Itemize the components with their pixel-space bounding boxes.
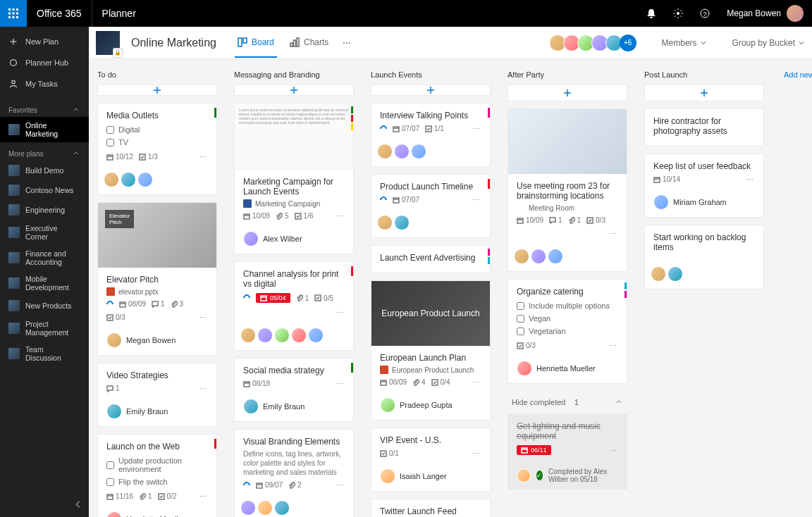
card-more[interactable]: ⋯: [610, 342, 618, 349]
card-more[interactable]: ⋯: [336, 481, 345, 489]
more-members[interactable]: +6: [620, 35, 636, 51]
plan-members[interactable]: +6: [552, 35, 636, 51]
add-task-button[interactable]: [371, 85, 491, 96]
card-more[interactable]: ⋯: [473, 449, 481, 457]
bucket-title[interactable]: To do: [97, 68, 217, 85]
task-card[interactable]: Keep list of user feedback10/14⋯Miriam G…: [644, 154, 764, 218]
task-card[interactable]: Social media strategy08/18⋯Emily Braun: [234, 358, 354, 422]
plan-item[interactable]: Project Management: [0, 316, 89, 341]
plan-item[interactable]: Online Marketing: [0, 117, 89, 142]
card-more[interactable]: ⋯: [336, 212, 345, 220]
card-more[interactable]: ⋯: [336, 309, 345, 316]
card-more[interactable]: ⋯: [199, 153, 208, 161]
completed-task-card[interactable]: Get lighting and music equipment06/11⋯✓C…: [508, 413, 627, 490]
due-date: 10/09: [243, 212, 270, 220]
task-card[interactable]: Visual Branding ElementsDefine icons, ta…: [234, 429, 354, 517]
plan-item[interactable]: Executive Corner: [0, 220, 89, 245]
tab-charts[interactable]: Charts: [287, 28, 331, 58]
section-favorites[interactable]: Favorites: [0, 99, 89, 117]
user-menu[interactable]: Megan Bowen: [718, 5, 812, 22]
plan-title: Online Marketing: [131, 37, 216, 49]
task-card[interactable]: Use meeting room 23 for brainstorming lo…: [508, 108, 627, 272]
checklist-count: 1/6: [295, 212, 314, 220]
checklist-count: 0/2: [158, 492, 177, 500]
completed-by: Completed by Alex Wilber on 05/18: [548, 468, 618, 483]
checklist-item[interactable]: Digital: [106, 123, 208, 136]
checklist-count: 0/1: [380, 449, 399, 457]
card-more[interactable]: ⋯: [746, 175, 755, 183]
checklist-count: 0/5: [314, 294, 333, 302]
attachments-count: 1: [296, 294, 309, 302]
bucket-title[interactable]: After Party: [508, 68, 627, 85]
task-card[interactable]: Twitter Launch Feed03/31⋯Emily Braun: [371, 499, 491, 517]
card-more[interactable]: ⋯: [199, 313, 208, 321]
task-card[interactable]: Organize cateringInclude multiple option…: [508, 279, 627, 384]
members-dropdown[interactable]: Members: [662, 38, 707, 48]
card-more[interactable]: ⋯: [610, 447, 618, 454]
card-more[interactable]: ⋯: [336, 380, 345, 387]
bucket-title[interactable]: Launch Events: [371, 68, 491, 85]
add-task-button[interactable]: [97, 85, 217, 96]
svg-rect-26: [120, 302, 125, 307]
plan-item[interactable]: Team Discussion: [0, 341, 89, 366]
task-card[interactable]: ElevatorPitchElevator Pitchelevator.pptx…: [97, 202, 217, 356]
card-title: VIP Event - U.S.: [380, 435, 481, 445]
task-card[interactable]: VIP Event - U.S.0/1⋯Isaiah Langer: [371, 428, 491, 492]
checklist-item[interactable]: Vegan: [517, 312, 618, 325]
nav-new-plan[interactable]: New Plan: [0, 31, 89, 52]
card-more[interactable]: ⋯: [199, 492, 208, 500]
attachments-count: 5: [276, 212, 289, 220]
nav-my-tasks[interactable]: My Tasks: [0, 73, 89, 94]
app-launcher[interactable]: [0, 0, 27, 27]
task-card[interactable]: Video Strategies1⋯Emily Braun: [97, 363, 217, 427]
card-more[interactable]: ⋯: [473, 125, 481, 132]
add-task-button[interactable]: [508, 85, 627, 101]
bucket-title[interactable]: Messaging and Branding: [234, 68, 354, 85]
checklist-item[interactable]: Include multiple options: [517, 299, 618, 312]
plan-item[interactable]: Finance and Accounting: [0, 245, 89, 270]
task-card[interactable]: Lorem ipsum dolor sit amet consectetur a…: [234, 103, 354, 254]
task-card[interactable]: Channel analysis for print vs digital05/…: [234, 261, 354, 351]
task-card[interactable]: Start working on backlog items: [644, 225, 764, 289]
plan-item[interactable]: Build Demo: [0, 161, 89, 180]
collapse-sidebar[interactable]: [73, 499, 83, 511]
plan-item[interactable]: Contoso News: [0, 180, 89, 200]
svg-rect-53: [381, 380, 386, 385]
task-card[interactable]: Launch on the WebUpdate production envir…: [97, 434, 217, 517]
task-card[interactable]: European Product LaunchEuropean Launch P…: [371, 280, 491, 421]
notifications-icon[interactable]: [638, 0, 665, 27]
task-card[interactable]: Product Launch Timeline07/07⋯: [371, 174, 491, 238]
plan-item[interactable]: Mobile Development: [0, 270, 89, 296]
task-card[interactable]: Media OutletsDigitalTV10/121/3⋯: [97, 103, 217, 195]
checklist-item[interactable]: Update production environment: [106, 454, 208, 475]
section-more-plans[interactable]: More plans: [0, 142, 89, 161]
card-more[interactable]: ⋯: [473, 196, 481, 204]
checklist-item[interactable]: Flip the switch: [106, 475, 208, 488]
comments-count: 1: [106, 385, 120, 392]
checklist-item[interactable]: Vegetarian: [517, 325, 618, 337]
nav-planner-hub[interactable]: Planner Hub: [0, 52, 89, 73]
help-icon[interactable]: ?: [691, 0, 718, 27]
hide-completed-toggle[interactable]: Hide completed 1: [508, 391, 627, 413]
tab-board[interactable]: Board: [235, 28, 277, 58]
card-more[interactable]: ⋯: [610, 230, 618, 237]
bucket-title[interactable]: Post Launch: [644, 68, 764, 85]
svg-rect-6: [8, 16, 11, 18]
add-task-button[interactable]: [234, 85, 354, 96]
task-card[interactable]: Interview Talking Points07/071/1⋯: [371, 103, 491, 167]
settings-icon[interactable]: [665, 0, 691, 27]
add-bucket-button[interactable]: Add new bu: [781, 68, 812, 509]
card-title: Marketing Campaign for Launch Events: [243, 177, 345, 197]
groupby-dropdown[interactable]: Group by Bucket: [732, 38, 805, 48]
checklist-item[interactable]: TV: [106, 136, 208, 149]
svg-rect-61: [517, 218, 523, 223]
more-menu[interactable]: ⋯: [343, 38, 351, 48]
due-date: 10/09: [517, 216, 543, 224]
task-card[interactable]: Launch Event Advertising: [371, 245, 491, 273]
card-more[interactable]: ⋯: [199, 385, 208, 392]
plan-item[interactable]: New Products: [0, 296, 89, 316]
add-task-button[interactable]: [644, 85, 764, 101]
plan-item[interactable]: Engineering: [0, 200, 89, 220]
task-card[interactable]: Hire contractor for photography assets: [644, 108, 764, 147]
card-more[interactable]: ⋯: [473, 378, 481, 386]
